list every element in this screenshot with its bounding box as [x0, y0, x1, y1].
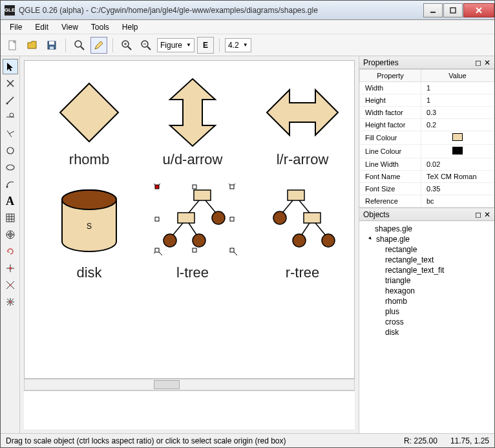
prop-value[interactable]: 0.3: [421, 107, 494, 119]
line-tool[interactable]: [3, 92, 18, 108]
text-tool[interactable]: A: [3, 193, 18, 209]
canvas[interactable]: rhomb u/d-arrow l/r-arrow S disk: [24, 60, 355, 379]
prop-value[interactable]: 1: [421, 82, 494, 94]
tree-item[interactable]: rhomb: [359, 296, 494, 306]
tan-line-tool[interactable]: [3, 109, 18, 125]
svg-rect-6: [49, 41, 54, 45]
ud-arrow-label: u/d-arrow: [151, 151, 235, 168]
status-coords: 11.75, 1.25: [450, 436, 489, 445]
svg-rect-7: [50, 47, 54, 49]
open-button[interactable]: [24, 37, 41, 54]
prop-key: Height: [360, 94, 421, 107]
maximize-button[interactable]: [443, 3, 463, 17]
menu-file[interactable]: File: [5, 21, 27, 33]
prop-value[interactable]: 0.02: [421, 158, 494, 171]
minimize-button[interactable]: [423, 3, 443, 17]
grid-tool[interactable]: [3, 210, 18, 226]
tree-item[interactable]: cross: [359, 317, 494, 327]
circle-tool[interactable]: [3, 143, 18, 158]
x-tool[interactable]: [3, 76, 18, 91]
app-icon: GLE: [5, 5, 15, 16]
tree-item[interactable]: plus: [359, 306, 494, 317]
svg-line-19: [7, 97, 14, 103]
rhomb-shape: [57, 80, 121, 145]
prop-key: Width: [360, 82, 421, 94]
svg-rect-67: [155, 248, 159, 252]
prop-value[interactable]: TeX CM Roman: [421, 171, 494, 183]
prop-value[interactable]: [421, 145, 494, 158]
prop-key: Fill Colour: [360, 131, 421, 145]
prop-key: Reference: [360, 195, 421, 208]
svg-point-59: [212, 211, 225, 224]
tree-item[interactable]: triangle: [359, 275, 494, 286]
svg-rect-74: [288, 190, 304, 200]
svg-point-8: [75, 41, 81, 47]
menu-help[interactable]: Help: [117, 21, 143, 33]
tree-item[interactable]: shape.gle: [359, 234, 494, 244]
figure-combo[interactable]: Figure▼: [157, 38, 195, 52]
menu-edit[interactable]: Edit: [30, 21, 54, 33]
save-button[interactable]: [43, 37, 60, 54]
zoom-in-button[interactable]: [118, 37, 135, 54]
rtree-shape: [267, 187, 344, 258]
undock-icon[interactable]: ◻: [475, 58, 481, 67]
snap-end-tool[interactable]: [3, 277, 18, 293]
right-pane: Properties ◻✕ PropertyValue Width1Height…: [359, 56, 494, 433]
h-scrollbar[interactable]: [24, 379, 355, 390]
tree-item[interactable]: rectangle: [359, 244, 494, 255]
ellipse-tool[interactable]: [3, 160, 18, 175]
close-button[interactable]: [463, 3, 494, 17]
close-panel-icon[interactable]: ✕: [484, 58, 490, 67]
snap-int-tool[interactable]: [3, 294, 18, 310]
close-panel-icon[interactable]: ✕: [484, 210, 490, 219]
prop-value[interactable]: 1: [421, 94, 494, 107]
side-toolbar: A: [1, 56, 20, 433]
svg-rect-63: [193, 185, 196, 189]
rhomb-label: rhomb: [57, 151, 121, 168]
titlebar: GLE QGLE 0.26 (alpha) - C:/Cygwin/home/j…: [1, 1, 494, 20]
svg-line-15: [147, 47, 151, 50]
svg-rect-1: [450, 8, 456, 13]
window-title: QGLE 0.26 (alpha) - C:/Cygwin/home/jan/g…: [19, 6, 423, 15]
svg-point-27: [6, 186, 8, 188]
zoom-tool-button[interactable]: [71, 37, 88, 54]
snap-mid-tool[interactable]: [3, 261, 18, 276]
prop-value[interactable]: 0.35: [421, 183, 494, 195]
rotate-tool[interactable]: [3, 244, 18, 259]
svg-rect-62: [155, 185, 159, 189]
rtree-label: r-tree: [273, 264, 332, 281]
svg-point-60: [163, 234, 176, 247]
tree-item[interactable]: disk: [359, 327, 494, 337]
tree-item[interactable]: hexagon: [359, 286, 494, 296]
tree-item[interactable]: rectangle_text: [359, 255, 494, 265]
menu-view[interactable]: View: [56, 21, 83, 33]
prop-value[interactable]: 0.2: [421, 119, 494, 131]
svg-rect-68: [193, 248, 196, 252]
polar-grid-tool[interactable]: [3, 227, 18, 242]
menubar: File Edit View Tools Help: [1, 20, 494, 34]
tree-item[interactable]: rectangle_text_fit: [359, 265, 494, 275]
prop-value[interactable]: bc: [421, 195, 494, 208]
undock-icon[interactable]: ◻: [475, 210, 481, 219]
svg-point-51: [62, 190, 116, 209]
svg-line-9: [81, 47, 84, 50]
zoom-out-button[interactable]: [138, 37, 154, 54]
zoom-combo[interactable]: 4.2▼: [225, 38, 251, 52]
e-button[interactable]: E: [197, 37, 214, 54]
ltree-label: l-tree: [163, 264, 222, 281]
status-text: Drag to scale object (ctrl locks aspect …: [6, 436, 391, 445]
new-button[interactable]: [5, 37, 21, 54]
svg-rect-76: [304, 213, 321, 223]
svg-point-75: [273, 211, 286, 224]
svg-rect-69: [230, 248, 234, 252]
objects-tree[interactable]: shapes.gleshape.glerectanglerectangle_te…: [359, 221, 494, 433]
prop-key: Font Name: [360, 171, 421, 183]
svg-rect-28: [6, 214, 14, 222]
perp-line-tool[interactable]: [3, 126, 18, 142]
tree-item[interactable]: shapes.gle: [359, 224, 494, 234]
arc-tool[interactable]: [3, 176, 18, 192]
cursor-tool[interactable]: [3, 59, 18, 74]
edit-tool-button[interactable]: [90, 37, 107, 54]
prop-value[interactable]: [421, 131, 494, 145]
menu-tools[interactable]: Tools: [86, 21, 114, 33]
